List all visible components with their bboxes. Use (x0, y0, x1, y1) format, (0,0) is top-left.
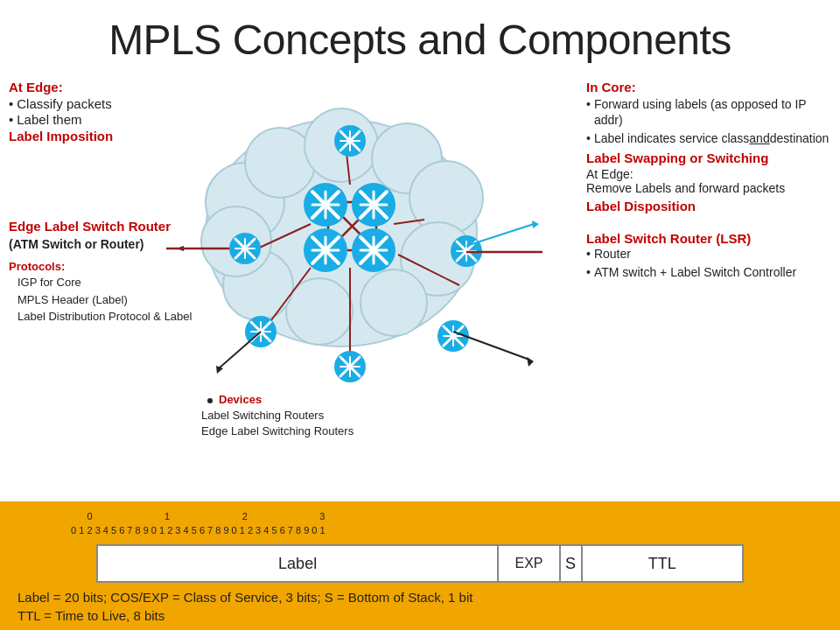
mpls-bar: 0 1 2 3 0 1 2 3 4 5 6 7 8 9 0 1 2 3 4 5 … (0, 501, 840, 630)
svg-text:Label Switching Routers: Label Switching Routers (201, 409, 325, 422)
footer-line2: TTL = Time to Live, 8 bits (18, 608, 822, 623)
bit-row1: 0 1 2 3 (66, 510, 822, 523)
right-panel: In Core: Forward using labels (as oppose… (586, 80, 831, 283)
mpls-header-table: Label EXP S TTL (96, 544, 744, 583)
svg-text:Devices: Devices (219, 393, 262, 406)
main-content: At Edge: Classify packets Label them Lab… (0, 71, 840, 500)
forward-using-labels: Forward using labels (as opposed to IP a… (586, 96, 831, 128)
svg-marker-76 (532, 220, 539, 228)
svg-point-86 (207, 398, 213, 403)
page-title: MPLS Concepts and Components (0, 0, 840, 71)
lsr-router: Router (586, 246, 831, 262)
in-core-label: In Core: (586, 80, 831, 94)
lsr-atm: ATM switch + Label Switch Controller (586, 264, 831, 280)
label-indicates: Label indicates service class and destin… (586, 130, 831, 146)
footer-line1: Label = 20 bits; COS/EXP = Class of Serv… (18, 590, 822, 605)
at-edge-label: At Edge: (9, 80, 192, 94)
edge-lsr-sub: (ATM Switch or Router) (9, 237, 144, 251)
diagram-area: Devices Label Switching Routers Edge Lab… (166, 80, 569, 447)
label-imposition: Label Imposition (9, 129, 192, 144)
classify-packets: Classify packets (9, 96, 192, 111)
lsr-title: Label Switch Router (LSR) (586, 231, 831, 246)
svg-text:Edge Label Switching Routers: Edge Label Switching Routers (201, 424, 354, 438)
label-swapping: Label Swapping or Switching (586, 150, 831, 165)
edge-lsr-title: Edge Label Switch Router (ATM Switch or … (9, 218, 192, 253)
network-diagram-svg: Devices Label Switching Routers Edge Lab… (166, 80, 569, 447)
label-them: Label them (9, 112, 192, 127)
left-panel: At Edge: Classify packets Label them Lab… (9, 80, 192, 326)
at-edge-right: At Edge: Remove Labels and forward packe… (586, 167, 831, 195)
protocols-label: Protocols: (9, 260, 65, 273)
svg-point-7 (360, 270, 427, 336)
label-field: Label (98, 546, 499, 581)
bit-row2: 0 1 2 3 4 5 6 7 8 9 0 1 2 3 4 5 6 7 8 9 … (66, 524, 822, 537)
ttl-field: TTL (583, 546, 743, 581)
s-field: S (561, 546, 583, 581)
svg-line-77 (219, 332, 261, 368)
label-disposition: Label Disposition (586, 199, 831, 214)
svg-marker-82 (527, 357, 534, 367)
exp-field: EXP (499, 546, 560, 581)
